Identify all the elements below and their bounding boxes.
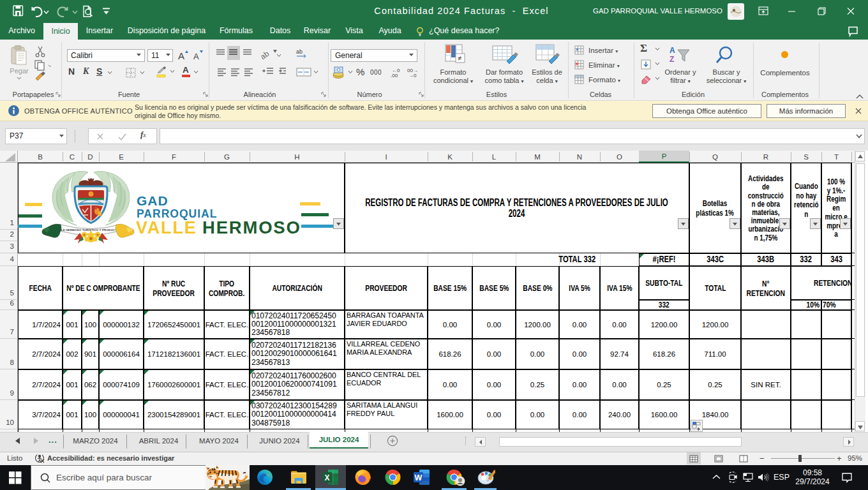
svg-text:A: A	[178, 50, 184, 61]
svg-text:X: X	[324, 473, 329, 482]
svg-text:VALLE: VALLE	[136, 218, 197, 237]
svg-text:A: A	[670, 46, 675, 55]
svg-text:GAD: GAD	[137, 193, 168, 208]
svg-text:A: A	[193, 52, 199, 61]
svg-text:≠: ≠	[458, 54, 461, 62]
svg-text:ab: ab	[260, 49, 271, 60]
svg-text:→0: →0	[408, 73, 417, 78]
svg-text:ab: ab	[296, 48, 303, 55]
svg-text:Z: Z	[670, 55, 674, 64]
svg-text:VALLE HERMOSO TURISTICO Y PROD: VALLE HERMOSO TURISTICO Y PRODUCTIVO	[56, 228, 123, 232]
svg-text:.00: .00	[391, 73, 398, 78]
svg-text:HERMOSO: HERMOSO	[202, 218, 301, 237]
svg-text:W: W	[415, 473, 423, 482]
